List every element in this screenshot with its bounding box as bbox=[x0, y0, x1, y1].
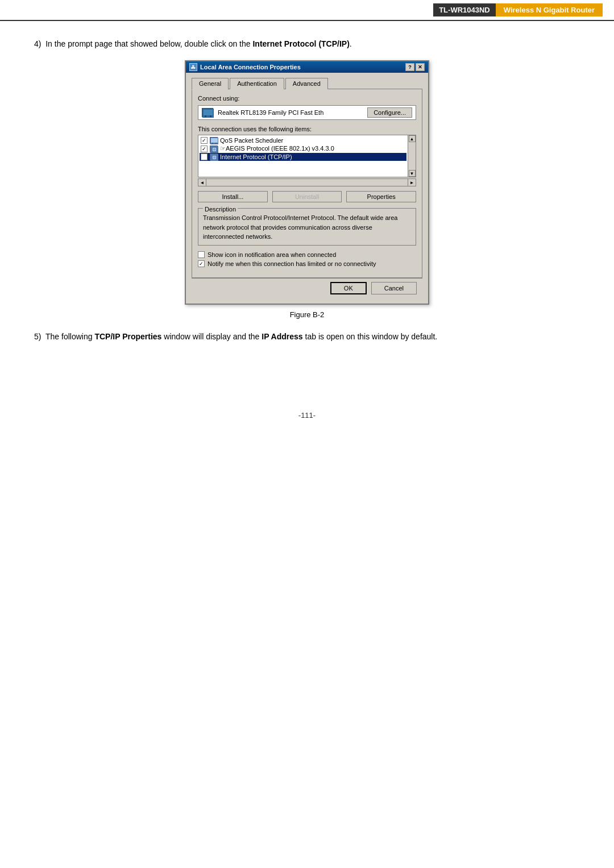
svg-rect-3 bbox=[210, 115, 211, 117]
qos-icon bbox=[210, 137, 218, 144]
uninstall-button[interactable]: Uninstall bbox=[272, 191, 342, 202]
qos-label: QoS Packet Scheduler bbox=[220, 137, 283, 144]
step4-pre: In the prompt page that showed below, do… bbox=[45, 39, 252, 48]
adapter-icon bbox=[202, 108, 213, 117]
scroll-down-arrow[interactable]: ▼ bbox=[409, 170, 416, 177]
step5-post: tab is open on this window by default. bbox=[303, 332, 438, 341]
list-scrollbar[interactable]: ▲ ▼ bbox=[408, 135, 416, 177]
checkbox-aegis[interactable] bbox=[201, 146, 208, 152]
description-text: Transmission Control Protocol/Internet P… bbox=[203, 212, 411, 242]
notify-row: Notify me when this connection has limit… bbox=[198, 260, 416, 267]
step5-bold1: TCP/IP Properties bbox=[94, 332, 161, 341]
dialog-body: General Authentication Advanced Connect … bbox=[186, 73, 428, 304]
local-area-connection-dialog: 🖧 Local Area Connection Properties ? ✕ G… bbox=[185, 60, 429, 305]
titlebar-left: 🖧 Local Area Connection Properties bbox=[189, 63, 301, 71]
page-header: TL-WR1043ND Wireless N Gigabit Router bbox=[0, 0, 614, 21]
dialog-title: Local Area Connection Properties bbox=[200, 64, 301, 70]
svg-rect-1 bbox=[204, 110, 213, 115]
svg-rect-7 bbox=[215, 143, 217, 144]
show-icon-checkbox[interactable] bbox=[198, 251, 205, 258]
help-button[interactable]: ? bbox=[405, 63, 414, 71]
bottom-checkboxes: Show icon in notification area when conn… bbox=[198, 251, 416, 267]
page-content: 4) In the prompt page that showed below,… bbox=[0, 21, 614, 377]
tab-authentication[interactable]: Authentication bbox=[230, 78, 284, 89]
adapter-row: Realtek RTL8139 Family PCI Fast Eth Conf… bbox=[198, 105, 416, 120]
tcpip-icon bbox=[210, 153, 218, 160]
aegis-label: ☞AEGIS Protocol (IEEE 802.1x) v3.4.3.0 bbox=[220, 145, 334, 152]
list-item-tcpip[interactable]: Internet Protocol (TCP/IP) bbox=[200, 153, 406, 161]
h-scroll-right-arrow[interactable]: ► bbox=[408, 179, 416, 186]
tab-general[interactable]: General bbox=[192, 78, 229, 90]
tcpip-label: Internet Protocol (TCP/IP) bbox=[220, 153, 292, 160]
model-label: TL-WR1043ND bbox=[433, 3, 496, 16]
description-box: Description Transmission Control Protoco… bbox=[198, 208, 416, 246]
scroll-up-arrow[interactable]: ▲ bbox=[409, 135, 416, 142]
properties-button[interactable]: Properties bbox=[346, 191, 416, 202]
product-title: Wireless N Gigabit Router bbox=[496, 3, 603, 16]
close-button[interactable]: ✕ bbox=[416, 63, 425, 71]
step5-mid: window will display and the bbox=[161, 332, 262, 341]
step4-post: . bbox=[350, 39, 352, 48]
ok-button[interactable]: OK bbox=[330, 282, 367, 294]
configure-button[interactable]: Configure... bbox=[367, 107, 412, 118]
step5-bold2: IP Address bbox=[262, 332, 302, 341]
show-icon-label: Show icon in notification area when conn… bbox=[208, 251, 336, 258]
step4-bold: Internet Protocol (TCP/IP) bbox=[252, 39, 349, 48]
dialog-tabs: General Authentication Advanced bbox=[192, 77, 422, 89]
checkbox-qos[interactable] bbox=[201, 137, 208, 144]
dialog-footer: OK Cancel bbox=[192, 278, 422, 298]
svg-rect-5 bbox=[211, 138, 218, 143]
page-footer: -111- bbox=[0, 411, 614, 420]
list-item-qos[interactable]: QoS Packet Scheduler bbox=[200, 136, 406, 144]
horizontal-scrollbar[interactable]: ◄ ► bbox=[198, 178, 416, 186]
step5-pre: The following bbox=[45, 332, 94, 341]
svg-rect-2 bbox=[205, 115, 206, 117]
connect-using-label: Connect using: bbox=[198, 95, 416, 102]
items-label: This connection uses the following items… bbox=[198, 126, 416, 132]
notify-checkbox[interactable] bbox=[198, 260, 205, 267]
page-number: -111- bbox=[298, 411, 316, 420]
checkbox-tcpip[interactable] bbox=[201, 153, 208, 160]
description-legend: Description bbox=[203, 205, 238, 214]
adapter-name: Realtek RTL8139 Family PCI Fast Eth bbox=[218, 109, 363, 116]
titlebar-buttons: ? ✕ bbox=[405, 63, 425, 71]
figure-caption: Figure B-2 bbox=[34, 310, 580, 319]
show-icon-row: Show icon in notification area when conn… bbox=[198, 251, 416, 258]
step4-text: 4) In the prompt page that showed below,… bbox=[34, 38, 580, 50]
install-button[interactable]: Install... bbox=[198, 191, 268, 202]
cancel-button[interactable]: Cancel bbox=[371, 282, 417, 294]
notify-label: Notify me when this connection has limit… bbox=[208, 260, 376, 267]
items-listbox[interactable]: QoS Packet Scheduler bbox=[198, 135, 416, 177]
action-buttons: Install... Uninstall Properties bbox=[198, 191, 416, 202]
svg-rect-6 bbox=[212, 143, 213, 144]
list-item-aegis[interactable]: ☞AEGIS Protocol (IEEE 802.1x) v3.4.3.0 bbox=[200, 144, 406, 153]
h-scroll-left-arrow[interactable]: ◄ bbox=[198, 179, 206, 186]
dialog-titlebar: 🖧 Local Area Connection Properties ? ✕ bbox=[186, 61, 428, 73]
aegis-icon bbox=[210, 146, 218, 152]
tab-advanced[interactable]: Advanced bbox=[285, 78, 328, 89]
step5-text: 5) The following TCP/IP Properties windo… bbox=[34, 330, 580, 343]
dialog-title-icon: 🖧 bbox=[189, 63, 197, 71]
tab-content-general: Connect using: Realtek RTL8139 Family PC… bbox=[192, 89, 422, 278]
